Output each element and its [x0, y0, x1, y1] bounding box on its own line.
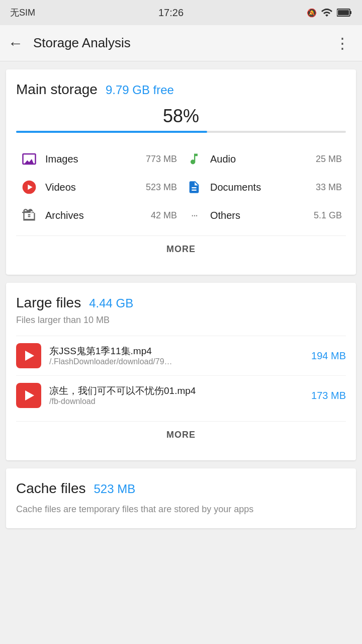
svg-rect-2	[338, 10, 349, 15]
main-storage-header: Main storage 9.79 GB free	[16, 82, 346, 98]
file-0-video-icon	[16, 343, 41, 368]
large-files-more-button[interactable]: MORE	[16, 421, 346, 448]
large-files-card: Large files 4.44 GB Files larger than 10…	[6, 283, 356, 460]
archives-icon	[20, 206, 38, 224]
time-label: 17:26	[158, 7, 184, 19]
storage-item-audio[interactable]: Audio 25 MB	[181, 145, 346, 173]
battery-icon	[337, 8, 352, 17]
more-menu-button[interactable]: ⋮	[331, 30, 354, 56]
file-item-0[interactable]: 东JSS鬼第1季11集.mp4 /.FlashDownloader/downlo…	[16, 336, 346, 375]
carrier-label: 无SIM	[10, 7, 35, 19]
storage-item-others[interactable]: ··· Others 5.1 GB	[181, 201, 346, 229]
file-1-info: 凉生，我们可不可以不忧伤01.mp4 /fb-download	[49, 385, 303, 407]
video-icon	[20, 178, 38, 196]
svg-rect-1	[350, 11, 351, 14]
docs-icon	[185, 178, 203, 196]
storage-item-images[interactable]: Images 773 MB	[16, 145, 181, 173]
play-triangle	[25, 390, 34, 400]
others-size: 5.1 GB	[314, 210, 342, 221]
others-icon: ···	[185, 206, 203, 224]
storage-item-archives[interactable]: Archives 42 MB	[16, 201, 181, 229]
toolbar: ← Storage Analysis ⋮	[0, 25, 362, 61]
cache-size: 523 MB	[94, 482, 136, 496]
file-0-size: 194 MB	[311, 350, 346, 362]
main-storage-card: Main storage 9.79 GB free 58% Images 773…	[6, 69, 356, 275]
cache-title: Cache files	[16, 480, 86, 497]
progress-bar	[16, 131, 346, 133]
wifi-icon	[321, 8, 333, 18]
audio-icon	[185, 150, 203, 168]
main-storage-more-button[interactable]: MORE	[16, 235, 346, 263]
large-files-header: Large files 4.44 GB	[16, 295, 346, 311]
large-files-total-size: 4.44 GB	[89, 296, 133, 310]
storage-grid: Images 773 MB Audio 25 MB Videos 523 MB	[16, 145, 346, 229]
main-storage-title: Main storage	[16, 82, 98, 98]
archives-size: 42 MB	[151, 210, 177, 221]
images-icon	[20, 150, 38, 168]
status-bar: 无SIM 17:26 🔕	[0, 0, 362, 25]
cache-header: Cache files 523 MB	[16, 480, 346, 497]
file-1-size: 173 MB	[311, 390, 346, 401]
play-triangle	[25, 351, 34, 361]
large-files-title: Large files	[16, 295, 81, 311]
videos-size: 523 MB	[146, 182, 177, 193]
file-1-video-icon	[16, 383, 41, 408]
cache-subtitle: Cache files are temporary files that are…	[16, 503, 346, 516]
mute-icon: 🔕	[307, 8, 317, 18]
main-storage-free: 9.79 GB free	[106, 83, 174, 97]
large-files-subtitle: Files larger than 10 MB	[16, 315, 346, 326]
videos-label: Videos	[45, 182, 139, 193]
page-title: Storage Analysis	[33, 35, 321, 51]
storage-item-documents[interactable]: Documents 33 MB	[181, 173, 346, 201]
documents-label: Documents	[210, 182, 309, 193]
progress-fill	[16, 131, 207, 133]
back-button[interactable]: ←	[8, 35, 23, 52]
cache-files-card: Cache files 523 MB Cache files are tempo…	[6, 468, 356, 528]
documents-size: 33 MB	[316, 182, 342, 193]
file-item-1[interactable]: 凉生，我们可不可以不忧伤01.mp4 /fb-download 173 MB	[16, 375, 346, 415]
percent-value: 58%	[163, 106, 199, 126]
file-1-name: 凉生，我们可不可以不忧伤01.mp4	[49, 385, 303, 397]
audio-label: Audio	[210, 153, 309, 165]
images-size: 773 MB	[146, 154, 177, 165]
audio-size: 25 MB	[316, 154, 342, 165]
file-1-path: /fb-download	[49, 397, 303, 406]
percent-section: 58%	[16, 106, 346, 127]
archives-label: Archives	[45, 210, 144, 221]
storage-item-videos[interactable]: Videos 523 MB	[16, 173, 181, 201]
others-label: Others	[210, 210, 307, 221]
status-icons: 🔕	[307, 8, 352, 18]
file-0-name: 东JSS鬼第1季11集.mp4	[49, 345, 303, 358]
images-label: Images	[45, 153, 139, 165]
file-0-path: /.FlashDownloader/download/79…	[49, 357, 303, 366]
file-0-info: 东JSS鬼第1季11集.mp4 /.FlashDownloader/downlo…	[49, 345, 303, 367]
